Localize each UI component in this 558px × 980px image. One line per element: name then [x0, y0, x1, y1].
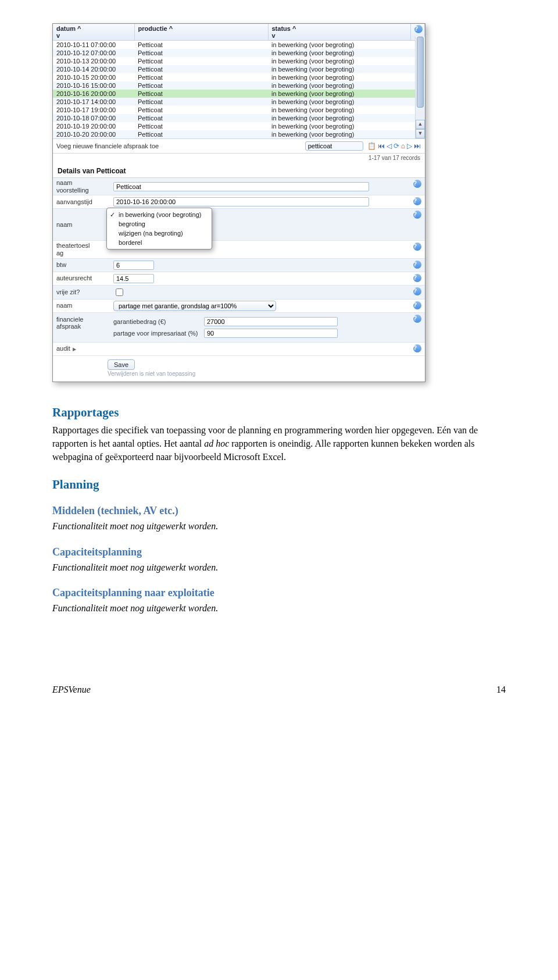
cell-status: in bewerking (voor begroting) — [268, 41, 411, 49]
heading-middelen: Middelen (techniek, AV etc.) — [52, 505, 506, 517]
cell-status: in bewerking (voor begroting) — [268, 130, 411, 138]
status-option[interactable]: wijzigen (na begroting) — [107, 229, 212, 238]
home-icon[interactable]: ⌂ — [400, 142, 406, 150]
cell-datum: 2010-10-12 07:00:00 — [53, 49, 134, 57]
prev-icon[interactable]: ◁ — [386, 142, 392, 150]
clipboard-icon[interactable]: 📋 — [367, 142, 377, 150]
first-icon[interactable]: ⏮ — [377, 142, 385, 150]
para-middelen: Functionaliteit moet nog uitgewerkt word… — [52, 519, 494, 533]
table-row[interactable]: 2010-10-14 20:00:00Petticoatin bewerking… — [53, 65, 425, 73]
label-audit: audit▶ — [53, 344, 111, 354]
save-button[interactable]: Save — [108, 359, 135, 370]
table-row[interactable]: 2010-10-12 07:00:00Petticoatin bewerking… — [53, 49, 425, 57]
record-count: 1-17 van 17 records — [53, 154, 425, 162]
input-partage[interactable] — [204, 329, 338, 338]
next-icon[interactable]: ▷ — [406, 142, 413, 150]
cell-status: in bewerking (voor begroting) — [268, 49, 411, 57]
label-naam: naam — [53, 220, 111, 230]
cell-productie: Petticoat — [134, 106, 268, 114]
add-label[interactable]: Voeg nieuwe financiele afspraak toe — [56, 142, 159, 149]
scrollbar-down-icon[interactable]: ▼ — [416, 129, 425, 138]
table-row[interactable]: 2010-10-15 20:00:00Petticoatin bewerking… — [53, 73, 425, 81]
help-icon[interactable]: ? — [413, 344, 421, 352]
input-naam-voorstelling[interactable] — [113, 182, 369, 191]
input-auteursrecht[interactable] — [113, 274, 154, 283]
input-garantiebedrag[interactable] — [204, 317, 338, 326]
heading-rapportages: Rapportages — [52, 405, 506, 420]
input-aanvangstijd[interactable] — [113, 197, 369, 206]
para-rapportages: Rapportages die specifiek van toepassing… — [52, 423, 494, 464]
scrollbar-thumb[interactable] — [417, 37, 424, 108]
status-dropdown[interactable]: in bewerking (voor begroting) begroting … — [106, 208, 212, 250]
cell-datum: 2010-10-19 20:00:00 — [53, 122, 134, 130]
cell-datum: 2010-10-11 07:00:00 — [53, 41, 134, 49]
scrollbar-up-icon[interactable]: ▲ — [416, 120, 425, 129]
table-row[interactable]: 2010-10-18 07:00:00Petticoatin bewerking… — [53, 114, 425, 122]
status-option[interactable]: in bewerking (voor begroting) — [107, 210, 212, 219]
table-row[interactable]: 2010-10-17 19:00:00Petticoatin bewerking… — [53, 106, 425, 114]
table-row[interactable]: 2010-10-11 07:00:00Petticoatin bewerking… — [53, 41, 425, 49]
label-aanvangstijd: aanvangstijd — [53, 197, 111, 207]
col-status[interactable]: status ^v — [268, 24, 411, 41]
help-icon[interactable]: ? — [413, 301, 421, 309]
help-icon[interactable]: ? — [413, 211, 421, 219]
select-afspraak-type[interactable]: partage met garantie, grondslag ar=100% — [113, 301, 276, 311]
cell-status: in bewerking (voor begroting) — [268, 73, 411, 81]
help-icon[interactable]: ? — [414, 25, 423, 33]
label-naam2: naam — [53, 301, 111, 311]
cell-productie: Petticoat — [134, 81, 268, 90]
status-option[interactable]: begroting — [107, 219, 212, 229]
table-row[interactable]: 2010-10-16 15:00:00Petticoatin bewerking… — [53, 81, 425, 90]
help-icon[interactable]: ? — [413, 315, 421, 323]
detail-form: naamvoorstelling ? aanvangstijd ? naam ?… — [53, 177, 425, 382]
cell-status: in bewerking (voor begroting) — [268, 81, 411, 90]
add-bar: Voeg nieuwe financiele afspraak toe 📋 ⏮ … — [53, 138, 425, 154]
cell-productie: Petticoat — [134, 122, 268, 130]
cell-datum: 2010-10-15 20:00:00 — [53, 73, 134, 81]
table-row[interactable]: 2010-10-20 20:00:00Petticoatin bewerking… — [53, 130, 425, 138]
heading-cap-exploitatie: Capaciteitsplanning naar exploitatie — [52, 587, 506, 599]
search-input[interactable] — [305, 141, 363, 151]
data-table: datum ^v productie ^ status ^v ? 2010-10… — [53, 24, 425, 138]
cell-status: in bewerking (voor begroting) — [268, 114, 411, 122]
cell-datum: 2010-10-13 20:00:00 — [53, 57, 134, 65]
col-datum[interactable]: datum ^v — [53, 24, 134, 41]
cell-productie: Petticoat — [134, 41, 268, 49]
checkbox-vrijezit[interactable] — [116, 288, 123, 296]
table-row[interactable]: 2010-10-13 20:00:00Petticoatin bewerking… — [53, 57, 425, 65]
status-option[interactable]: borderel — [107, 238, 212, 247]
help-icon[interactable]: ? — [413, 180, 421, 188]
chevron-right-icon[interactable]: ▶ — [70, 347, 76, 352]
cell-productie: Petticoat — [134, 90, 268, 98]
last-icon[interactable]: ⏭ — [413, 142, 421, 150]
help-icon[interactable]: ? — [413, 243, 421, 251]
label-theatertoeslag: theatertoeslag — [53, 241, 111, 258]
table-row[interactable]: 2010-10-17 14:00:00Petticoatin bewerking… — [53, 98, 425, 106]
cell-status: in bewerking (voor begroting) — [268, 57, 411, 65]
label-btw: btw — [53, 260, 111, 270]
cell-productie: Petticoat — [134, 130, 268, 138]
cell-datum: 2010-10-14 20:00:00 — [53, 65, 134, 73]
cell-status: in bewerking (voor begroting) — [268, 122, 411, 130]
help-icon[interactable]: ? — [413, 261, 421, 269]
cell-datum: 2010-10-17 19:00:00 — [53, 106, 134, 114]
heading-planning: Planning — [52, 477, 506, 492]
cell-status: in bewerking (voor begroting) — [268, 106, 411, 114]
page-footer: EPSVenue 14 — [52, 685, 506, 695]
footer-brand: EPSVenue — [52, 685, 91, 695]
help-icon[interactable]: ? — [413, 197, 421, 205]
cell-productie: Petticoat — [134, 114, 268, 122]
table-row[interactable]: 2010-10-19 20:00:00Petticoatin bewerking… — [53, 122, 425, 130]
footer-page-number: 14 — [496, 685, 506, 695]
help-icon[interactable]: ? — [413, 287, 421, 295]
col-productie[interactable]: productie ^ — [134, 24, 268, 41]
label-partage: partage voor impresariaat (%) — [113, 330, 201, 337]
cell-datum: 2010-10-20 20:00:00 — [53, 130, 134, 138]
table-row[interactable]: 2010-10-16 20:00:00Petticoatin bewerking… — [53, 90, 425, 98]
scrollbar[interactable]: ▲ ▼ — [415, 37, 425, 138]
help-icon[interactable]: ? — [413, 274, 421, 282]
refresh-icon[interactable]: ⟳ — [393, 142, 400, 150]
cell-status: in bewerking (voor begroting) — [268, 98, 411, 106]
input-btw[interactable] — [113, 261, 154, 270]
cell-productie: Petticoat — [134, 73, 268, 81]
